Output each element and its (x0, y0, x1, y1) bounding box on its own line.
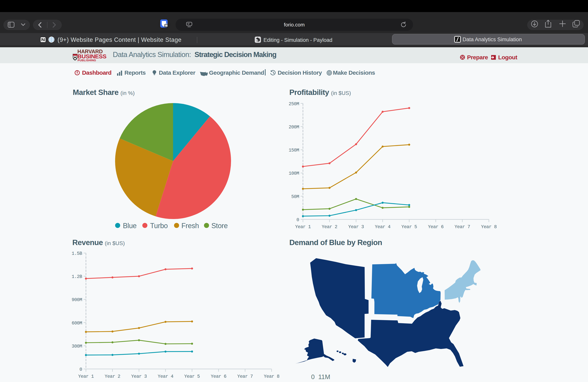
svg-text:600M: 600M (72, 320, 82, 326)
svg-text:Year 4: Year 4 (158, 374, 173, 379)
svg-text:200M: 200M (289, 125, 299, 130)
svg-text:250M: 250M (289, 101, 299, 106)
svg-text:Year 1: Year 1 (295, 224, 311, 230)
svg-text:0: 0 (80, 367, 82, 372)
svg-text:150M: 150M (289, 148, 299, 153)
svg-text:100M: 100M (289, 171, 299, 176)
svg-text:1.2B: 1.2B (72, 274, 82, 279)
svg-text:300M: 300M (72, 344, 82, 349)
svg-text:Year 5: Year 5 (401, 224, 417, 230)
svg-text:0: 0 (296, 217, 299, 223)
svg-text:Year 6: Year 6 (428, 224, 443, 230)
svg-text:1.5B: 1.5B (72, 251, 82, 256)
svg-text:Year 1: Year 1 (78, 374, 94, 379)
svg-text:Year 7: Year 7 (455, 224, 470, 230)
svg-text:Year 8: Year 8 (264, 374, 279, 379)
svg-text:Year 4: Year 4 (375, 224, 390, 230)
svg-text:Year 7: Year 7 (237, 374, 253, 379)
svg-text:50M: 50M (291, 194, 299, 199)
svg-text:Year 5: Year 5 (184, 374, 200, 379)
svg-text:Year 2: Year 2 (322, 224, 337, 230)
svg-text:Year 6: Year 6 (211, 374, 226, 379)
svg-text:Year 8: Year 8 (481, 224, 497, 230)
svg-text:Year 2: Year 2 (105, 374, 120, 379)
svg-text:PUBLISHING: PUBLISHING (78, 59, 96, 62)
svg-text:Year 3: Year 3 (131, 374, 147, 379)
svg-text:Year 3: Year 3 (348, 224, 364, 230)
svg-text:900M: 900M (72, 297, 82, 302)
